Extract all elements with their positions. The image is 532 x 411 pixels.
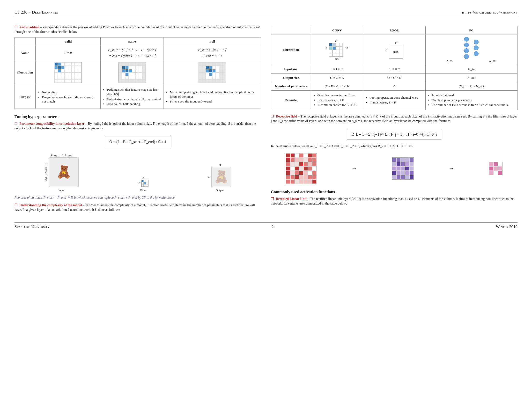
illus-fc: N_inN_out — [425, 35, 517, 65]
illus-full — [163, 60, 261, 85]
term-zero-padding: Zero-padding — [19, 25, 39, 29]
arrow-icon: → — [352, 165, 357, 172]
receptive-field-para: ❐ Receptive field – The receptive field … — [271, 114, 517, 123]
row-remarks: Remarks — [271, 91, 311, 110]
row-purpose: Purpose — [15, 85, 36, 109]
relu-desc: – The rectified linear unit layer (ReLU)… — [271, 197, 514, 205]
bookmark-icon: ❐ — [15, 122, 18, 125]
term-complexity: Understanding the complexity of the mode… — [19, 203, 82, 207]
term-receptive-field: Receptive field — [276, 115, 297, 118]
rf-layer-1 — [286, 153, 317, 184]
col-fc: FC — [425, 26, 517, 35]
term-param-compat: Parameter compatibility in convolution l… — [19, 122, 85, 125]
heading-activation: Commonly used activation functions — [271, 189, 517, 195]
heading-tuning: Tuning hyperparameters — [15, 114, 261, 120]
formula-receptive: R_k = 1 + Σ_{j=1}^{k} (F_j − 1) · Π_{i=0… — [347, 129, 442, 140]
col-same: Same — [100, 37, 163, 46]
zero-padding-table: Valid Same Full Value P = 0 P_start = ⌊ … — [15, 37, 261, 109]
row-output-size: Output size — [271, 74, 311, 82]
illus-same — [100, 60, 163, 85]
relu-para: ❐ Rectified Linear Unit – The rectified … — [271, 197, 517, 206]
illus-pool: F F max — [363, 35, 426, 65]
diagram-input: P_start I P_end P_start I P_end Input — [45, 154, 79, 192]
header-left: CS 230 – Deep Learning — [15, 10, 58, 15]
param-compat-formula-box: O = (I − F + P_start + P_end) / S + 1 — [15, 134, 261, 150]
purpose-valid: No paddingDrops last convolution if dime… — [36, 85, 101, 109]
value-valid: P = 0 — [36, 46, 101, 60]
term-relu: Rectified Linear Unit — [276, 197, 307, 201]
footer-page: 2 — [272, 224, 274, 230]
complexity-para: ❐ Understanding the complexity of the mo… — [15, 203, 261, 212]
col-pool: POOL — [363, 26, 426, 35]
conv-diagram: P_start I P_end P_start I P_end Input F … — [15, 154, 261, 192]
diagram-filter: F F Filter — [138, 176, 148, 192]
page-header: CS 230 – Deep Learning https://stanford.… — [15, 10, 517, 17]
row-num-params: Number of parameters — [271, 82, 311, 90]
footer-left: Stanford University — [15, 224, 50, 230]
value-same: P_start = ⌊ (S⌈I/S⌉ − I + F − S) / 2 ⌋ P… — [100, 46, 163, 60]
receptive-field-desc: – The receptive field at layer k is the … — [271, 115, 517, 123]
bookmark-icon: ❐ — [271, 115, 274, 118]
receptive-example: In the example below, we have F_1 = F_2 … — [271, 144, 517, 149]
header-right: https://stanford.edu/~shervine — [462, 10, 517, 15]
col-valid: Valid — [36, 37, 101, 46]
footer-right: Winter 2019 — [496, 224, 517, 230]
bookmark-icon: ❐ — [15, 25, 18, 29]
illus-conv: F F ×K ⊗C — [311, 35, 363, 65]
rf-layer-2 — [392, 157, 414, 180]
formula-output-size: O = (I − F + P_start + P_end) / S + 1 — [105, 137, 171, 147]
right-column: CONV POOL FC Illustration F F ×K ⊗C F — [271, 24, 517, 215]
layer-table: CONV POOL FC Illustration F F ×K ⊗C F — [271, 26, 517, 110]
row-illus: Illustration — [271, 35, 311, 65]
page-footer: Stanford University 2 Winter 2019 — [15, 223, 517, 230]
bookmark-icon: ❐ — [15, 203, 18, 207]
value-full: P_start ∈ ⟦0, F − 1⟧ P_end = F − 1 — [163, 46, 261, 60]
illus-valid — [36, 60, 101, 85]
param-compat-para: ❐ Parameter compatibility in convolution… — [15, 121, 261, 131]
purpose-full: Maximum padding such that end convolutio… — [163, 85, 261, 109]
bookmark-icon: ❐ — [271, 197, 274, 201]
row-illustration: Illustration — [15, 60, 36, 85]
col-full: Full — [163, 37, 261, 46]
row-value: Value — [15, 46, 36, 60]
rf-layer-3 — [489, 162, 503, 175]
col-conv: CONV — [311, 26, 363, 35]
row-input-size: Input size — [271, 65, 311, 74]
zero-padding-desc: – Zero-padding denotes the process of ad… — [15, 25, 260, 34]
left-column: ❐ Zero-padding – Zero-padding denotes th… — [15, 24, 261, 215]
purpose-same: Padding such that feature map size has s… — [100, 85, 163, 109]
zero-padding-para: ❐ Zero-padding – Zero-padding denotes th… — [15, 25, 261, 34]
arrow-icon: → — [449, 165, 454, 172]
diagram-output: O O Output — [208, 163, 231, 192]
receptive-formula-box: R_k = 1 + Σ_{j=1}^{k} (F_j − 1) · Π_{i=0… — [271, 126, 517, 143]
param-compat-remark: Remark: often times, P_start = P_end ≜ P… — [15, 196, 261, 200]
receptive-diagram: → → — [271, 153, 517, 184]
